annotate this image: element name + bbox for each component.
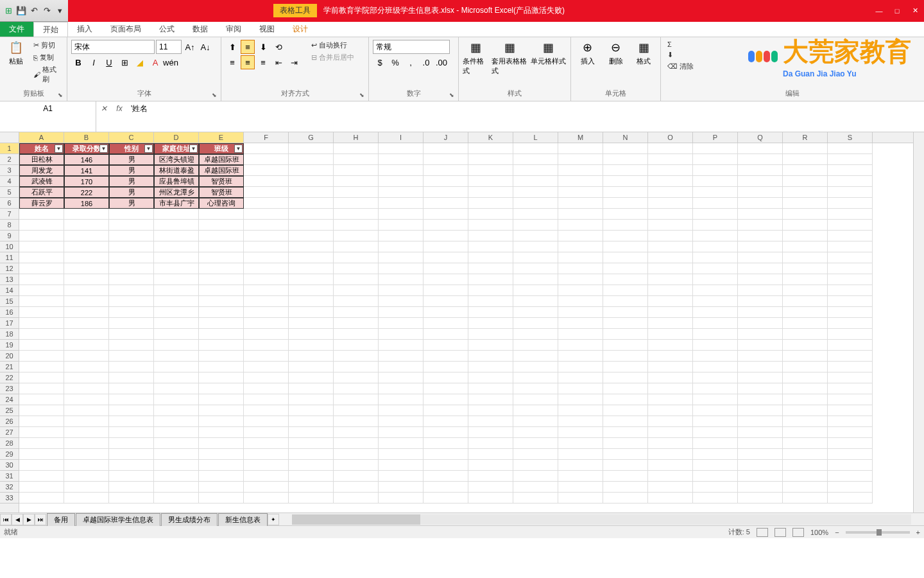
empty-cell[interactable] (244, 165, 289, 176)
tab-layout[interactable]: 页面布局 (101, 22, 150, 37)
empty-cell[interactable] (783, 372, 828, 383)
empty-cell[interactable] (379, 154, 424, 165)
empty-cell[interactable] (648, 383, 693, 394)
empty-cell[interactable] (513, 274, 558, 285)
pagebreak-view-button[interactable] (792, 528, 804, 537)
empty-cell[interactable] (468, 143, 513, 154)
fill-color-button[interactable]: ◢ (133, 55, 147, 69)
empty-cell[interactable] (289, 209, 334, 220)
empty-cell[interactable] (513, 198, 558, 209)
empty-cell[interactable] (199, 460, 244, 471)
empty-cell[interactable] (648, 427, 693, 438)
empty-cell[interactable] (783, 263, 828, 274)
row-header[interactable]: 24 (0, 394, 19, 405)
row-header[interactable]: 28 (0, 438, 19, 449)
row-header[interactable]: 32 (0, 482, 19, 493)
empty-cell[interactable] (783, 427, 828, 438)
empty-cell[interactable] (109, 460, 154, 471)
empty-cell[interactable] (828, 427, 873, 438)
empty-cell[interactable] (603, 416, 648, 427)
empty-cell[interactable] (603, 307, 648, 318)
empty-cell[interactable] (154, 318, 199, 329)
empty-cell[interactable] (693, 231, 738, 241)
table-data-cell[interactable]: 男 (109, 154, 154, 165)
empty-cell[interactable] (468, 285, 513, 296)
empty-cell[interactable] (738, 460, 783, 471)
empty-cell[interactable] (558, 165, 603, 176)
empty-cell[interactable] (154, 471, 199, 482)
empty-cell[interactable] (289, 220, 334, 231)
align-center-button[interactable]: ≡ (241, 55, 255, 69)
empty-cell[interactable] (154, 296, 199, 307)
empty-cell[interactable] (64, 209, 109, 220)
empty-cell[interactable] (244, 318, 289, 329)
column-header[interactable]: B (64, 132, 109, 143)
empty-cell[interactable] (244, 252, 289, 263)
empty-cell[interactable] (558, 296, 603, 307)
column-header[interactable]: I (379, 132, 424, 143)
empty-cell[interactable] (513, 176, 558, 187)
font-size-select[interactable] (156, 40, 182, 54)
empty-cell[interactable] (513, 416, 558, 427)
empty-cell[interactable] (738, 274, 783, 285)
empty-cell[interactable] (244, 307, 289, 318)
empty-cell[interactable] (558, 482, 603, 493)
empty-cell[interactable] (109, 340, 154, 351)
empty-cell[interactable] (783, 471, 828, 482)
table-data-cell[interactable]: 222 (64, 187, 109, 198)
number-format-select[interactable] (373, 40, 450, 54)
empty-cell[interactable] (738, 209, 783, 220)
undo-icon[interactable]: ↶ (28, 5, 40, 17)
empty-cell[interactable] (513, 372, 558, 383)
empty-cell[interactable] (603, 362, 648, 372)
empty-cell[interactable] (693, 383, 738, 394)
empty-cell[interactable] (693, 318, 738, 329)
empty-cell[interactable] (468, 471, 513, 482)
empty-cell[interactable] (244, 383, 289, 394)
increase-indent-button[interactable]: ⇥ (287, 55, 301, 69)
empty-cell[interactable] (424, 329, 468, 340)
empty-cell[interactable] (334, 296, 379, 307)
empty-cell[interactable] (244, 394, 289, 405)
empty-cell[interactable] (154, 209, 199, 220)
empty-cell[interactable] (693, 493, 738, 504)
empty-cell[interactable] (783, 220, 828, 231)
empty-cell[interactable] (109, 209, 154, 220)
empty-cell[interactable] (244, 285, 289, 296)
empty-cell[interactable] (334, 416, 379, 427)
empty-cell[interactable] (693, 307, 738, 318)
row-header[interactable]: 22 (0, 372, 19, 383)
empty-cell[interactable] (558, 449, 603, 460)
empty-cell[interactable] (513, 460, 558, 471)
empty-cell[interactable] (468, 241, 513, 252)
layout-view-button[interactable] (774, 528, 786, 537)
empty-cell[interactable] (738, 165, 783, 176)
empty-cell[interactable] (334, 372, 379, 383)
empty-cell[interactable] (648, 405, 693, 416)
empty-cell[interactable] (693, 372, 738, 383)
empty-cell[interactable] (828, 241, 873, 252)
empty-cell[interactable] (244, 329, 289, 340)
empty-cell[interactable] (648, 318, 693, 329)
empty-cell[interactable] (289, 416, 334, 427)
empty-cell[interactable] (64, 340, 109, 351)
column-header[interactable]: J (424, 132, 468, 143)
empty-cell[interactable] (109, 296, 154, 307)
empty-cell[interactable] (513, 351, 558, 362)
column-header[interactable]: K (468, 132, 513, 143)
underline-button[interactable]: U (102, 55, 116, 69)
empty-cell[interactable] (19, 231, 64, 241)
empty-cell[interactable] (334, 460, 379, 471)
empty-cell[interactable] (738, 351, 783, 362)
empty-cell[interactable] (513, 231, 558, 241)
font-color-button[interactable]: A (148, 55, 162, 69)
empty-cell[interactable] (648, 209, 693, 220)
empty-cell[interactable] (64, 263, 109, 274)
row-header[interactable]: 1 (0, 143, 19, 154)
empty-cell[interactable] (783, 176, 828, 187)
empty-cell[interactable] (19, 252, 64, 263)
empty-cell[interactable] (424, 176, 468, 187)
empty-cell[interactable] (64, 482, 109, 493)
empty-cell[interactable] (513, 307, 558, 318)
empty-cell[interactable] (603, 460, 648, 471)
